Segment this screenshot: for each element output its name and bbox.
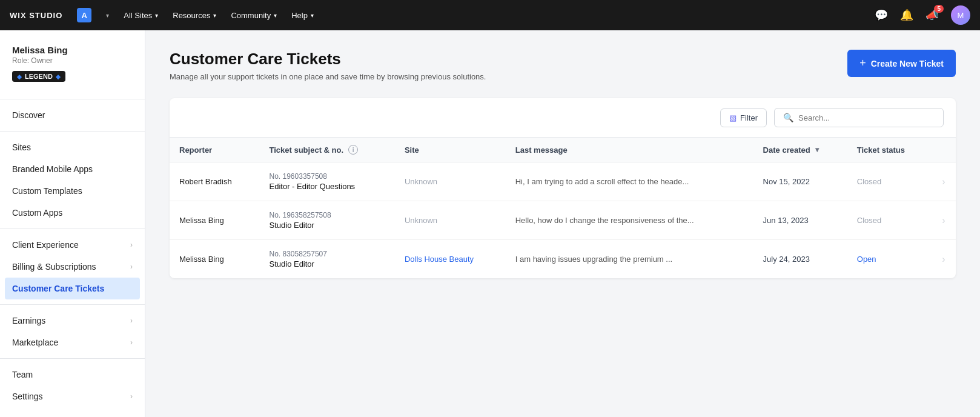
ticket-subject-cell: No. 19603357508 Editor - Editor Question…	[260, 162, 395, 201]
status-cell: Closed	[847, 201, 932, 240]
sidebar-item-sites[interactable]: Sites	[0, 136, 145, 158]
sidebar-divider-3	[0, 229, 145, 229]
help-chevron: ▾	[311, 12, 314, 19]
all-sites-dropdown[interactable]: All Sites ▾	[124, 11, 158, 20]
sidebar-divider-1	[0, 99, 145, 99]
row-action-cell[interactable]: ›	[932, 240, 956, 279]
bell-icon[interactable]: 🔔	[900, 8, 913, 22]
help-dropdown[interactable]: Help ▾	[291, 11, 314, 20]
row-expand-icon[interactable]: ›	[942, 254, 945, 264]
sidebar-user: Melissa Bing Role: Owner ◆ LEGEND ◆	[0, 42, 145, 94]
create-new-ticket-button[interactable]: + Create New Ticket	[847, 50, 956, 77]
ticket-subject-info-icon[interactable]: i	[348, 145, 358, 155]
page-header: Customer Care Tickets Manage all your su…	[170, 50, 956, 81]
resources-dropdown[interactable]: Resources ▾	[173, 11, 216, 20]
ticket-subject: Studio Editor	[270, 259, 385, 269]
chat-icon[interactable]: 💬	[875, 8, 888, 22]
sidebar-item-discover[interactable]: Discover	[0, 104, 145, 126]
legend-label: LEGEND	[25, 73, 53, 80]
row-action-cell[interactable]: ›	[932, 201, 956, 240]
status-badge: Closed	[857, 216, 881, 225]
last-message-cell: Hi, I am trying to add a scroll effect t…	[506, 162, 753, 201]
sidebar-item-settings[interactable]: Settings ›	[0, 385, 145, 407]
ticket-subject-cell: No. 83058257507 Studio Editor	[260, 240, 395, 279]
toolbar: ▧ Filter 🔍	[170, 98, 956, 138]
wix-logo: WIX STUDIO	[10, 11, 62, 20]
date-created-cell: Nov 15, 2022	[753, 162, 847, 201]
sidebar-item-client-experience-label: Client Experience	[12, 240, 79, 250]
user-badge[interactable]: A	[77, 8, 91, 22]
all-sites-chevron: ▾	[155, 12, 158, 19]
user-badge-chevron[interactable]: ▾	[106, 12, 109, 19]
sidebar-item-custom-templates[interactable]: Custom Templates	[0, 180, 145, 202]
sidebar-item-marketplace[interactable]: Marketplace ›	[0, 332, 145, 353]
th-site: Site	[395, 138, 506, 162]
reporter-cell: Melissa Bing	[170, 201, 260, 240]
tickets-panel: ▧ Filter 🔍 Reporter	[170, 98, 956, 278]
date-created-value: Nov 15, 2022	[763, 177, 810, 186]
resources-chevron: ▾	[213, 12, 216, 19]
megaphone-icon[interactable]: 📣 5	[925, 8, 939, 22]
sidebar-user-role: Role: Owner	[12, 56, 133, 65]
ticket-subject: Studio Editor	[270, 221, 385, 230]
community-dropdown[interactable]: Community ▾	[231, 11, 277, 20]
sidebar-item-earnings-label: Earnings	[12, 316, 45, 325]
marketplace-chevron: ›	[130, 338, 133, 347]
site-link[interactable]: Dolls House Beauty	[405, 255, 474, 264]
settings-chevron: ›	[130, 392, 133, 401]
ticket-no: No. 196358257508	[270, 211, 385, 219]
th-date-created[interactable]: Date created ▾	[753, 138, 847, 162]
sidebar-item-discover-label: Discover	[12, 110, 45, 120]
th-ticket-status: Ticket status	[847, 138, 932, 162]
last-message-cell: Hello, how do I change the responsivenes…	[506, 201, 753, 240]
earnings-chevron: ›	[130, 316, 133, 325]
sidebar-item-custom-apps[interactable]: Custom Apps	[0, 202, 145, 224]
sidebar-item-client-experience[interactable]: Client Experience ›	[0, 234, 145, 256]
th-last-message: Last message	[506, 138, 753, 162]
page-header-text: Customer Care Tickets Manage all your su…	[170, 50, 486, 81]
sidebar-item-earnings[interactable]: Earnings ›	[0, 310, 145, 332]
topnav-icons: 💬 🔔 📣 5 M	[875, 5, 970, 25]
date-created-value: Jun 13, 2023	[763, 216, 809, 225]
date-created-value: July 24, 2023	[763, 255, 810, 264]
main-content: Customer Care Tickets Manage all your su…	[145, 30, 980, 417]
status-cell: Open	[847, 240, 932, 279]
sidebar-item-billing-subscriptions[interactable]: Billing & Subscriptions ›	[0, 256, 145, 278]
sidebar-item-customer-care-tickets[interactable]: Customer Care Tickets	[5, 278, 140, 299]
diamond-icon-left: ◆	[17, 73, 22, 80]
site-cell: Unknown	[395, 201, 506, 240]
th-action	[932, 138, 956, 162]
sidebar-user-name: Melissa Bing	[12, 45, 133, 55]
sidebar-item-team-label: Team	[12, 370, 33, 379]
avatar[interactable]: M	[951, 5, 970, 25]
page-title: Customer Care Tickets	[170, 50, 486, 68]
page-subtitle: Manage all your support tickets in one p…	[170, 72, 486, 81]
sidebar-item-sites-label: Sites	[12, 142, 31, 152]
sidebar-item-team[interactable]: Team	[0, 364, 145, 385]
sidebar-divider-2	[0, 131, 145, 132]
search-input[interactable]	[798, 113, 935, 122]
table-header: Reporter Ticket subject & no. i Site	[170, 138, 956, 162]
sidebar-item-branded-mobile-apps[interactable]: Branded Mobile Apps	[0, 158, 145, 180]
sidebar-item-settings-label: Settings	[12, 392, 43, 401]
search-box: 🔍	[774, 108, 944, 127]
notification-badge: 5	[934, 5, 944, 13]
site-cell: Dolls House Beauty	[395, 240, 506, 279]
tickets-table: Reporter Ticket subject & no. i Site	[170, 138, 956, 278]
create-plus-icon: +	[859, 57, 866, 70]
sidebar-divider-4	[0, 304, 145, 305]
filter-button[interactable]: ▧ Filter	[720, 108, 767, 127]
reporter-cell: Melissa Bing	[170, 240, 260, 279]
last-message: Hello, how do I change the responsivenes…	[515, 216, 694, 225]
community-chevron: ▾	[274, 12, 277, 19]
last-message: I am having issues upgrading the premium…	[515, 255, 672, 264]
sidebar-item-custom-apps-label: Custom Apps	[12, 208, 62, 218]
client-experience-chevron: ›	[130, 241, 133, 249]
row-expand-icon[interactable]: ›	[942, 215, 945, 225]
row-action-cell[interactable]: ›	[932, 162, 956, 201]
ticket-subject: Editor - Editor Questions	[270, 182, 385, 191]
filter-icon: ▧	[729, 113, 737, 122]
row-expand-icon[interactable]: ›	[942, 176, 945, 187]
search-icon: 🔍	[783, 113, 793, 122]
topnav: WIX STUDIO A ▾ All Sites ▾ Resources ▾ C…	[0, 0, 980, 30]
